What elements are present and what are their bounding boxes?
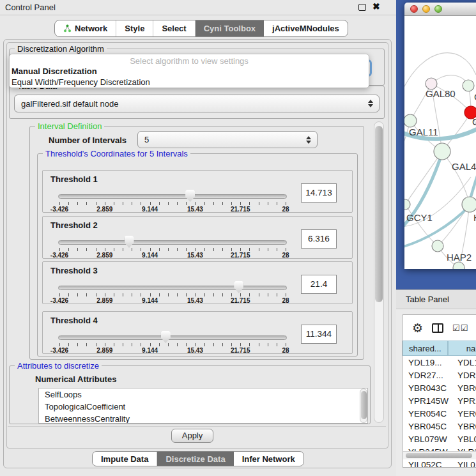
threshold-slider[interactable] [58, 194, 287, 199]
threshold-value-field[interactable]: 21.4 [301, 275, 337, 294]
dropdown-option-equal-width[interactable]: Equal Width/Frequency Discretization [10, 77, 369, 88]
page-title: Control Panel [5, 3, 56, 12]
cell-name[interactable]: YPR1 [452, 396, 476, 406]
table-data-combobox[interactable]: galFiltered.sif default node [14, 95, 380, 112]
attribute-list-item[interactable]: TopologicalCoefficient [39, 401, 367, 413]
num-intervals-combobox[interactable]: 5 [137, 131, 318, 148]
table-row[interactable]: YBR043CYBR0 [403, 381, 476, 394]
threshold-panel: Threshold 1 -3.4262.8599.14415.4321.7152… [42, 170, 353, 213]
threshold-slider[interactable] [58, 286, 287, 290]
tab-jactivemnodules[interactable]: jActiveMNodules [264, 20, 348, 36]
threshold-slider-thumb[interactable] [125, 236, 134, 248]
attribute-list-item[interactable]: SelfLoops [39, 388, 367, 401]
threshold-slider-thumb[interactable] [161, 331, 171, 343]
node-h[interactable] [462, 197, 476, 212]
cell-name[interactable]: YER0 [452, 409, 476, 418]
node-gal4[interactable] [434, 143, 450, 160]
table-row[interactable]: YBR045CYBR0 [403, 420, 476, 433]
node-gcy1[interactable] [404, 199, 410, 210]
threshold-slider-thumb[interactable] [234, 281, 243, 293]
columns-icon[interactable] [432, 323, 443, 333]
bottom-tabbar: Impute Data Discretize Data Infer Networ… [92, 451, 304, 466]
main-scrollbar[interactable] [374, 121, 384, 423]
slider-scale-label: 21.715 [231, 297, 250, 304]
tab-impute-data[interactable]: Impute Data [93, 452, 157, 466]
cell-shared-name[interactable]: YIL052C [403, 460, 452, 468]
slider-scale-label: 28 [282, 297, 289, 304]
node-bottom[interactable] [453, 262, 464, 269]
attribute-list-item[interactable]: BetweennessCentrality [39, 413, 367, 424]
node-gal11[interactable] [404, 114, 417, 127]
network-canvas[interactable]: GAL80 G C GAL11 GAL4 GCY1 H HAP2 [404, 16, 476, 269]
cell-name[interactable]: YBL0 [452, 434, 476, 444]
tab-network[interactable]: Network [55, 20, 116, 36]
cell-shared-name[interactable]: YER054C [403, 409, 452, 418]
slider-scale-label: 28 [282, 206, 289, 213]
zoom-traffic-light-icon[interactable] [434, 5, 442, 13]
network-window-titlebar[interactable] [404, 3, 476, 16]
attributes-list-scrollbar[interactable] [360, 388, 367, 423]
cell-name[interactable]: YBR0 [452, 383, 476, 393]
node-top-right[interactable] [463, 80, 474, 91]
dropdown-placeholder: Select algorithm to view settings [10, 54, 369, 66]
node-hap2[interactable] [432, 240, 443, 252]
threshold-value-field[interactable]: 6.316 [301, 229, 337, 249]
gear-icon[interactable]: ⚙ [412, 321, 423, 335]
threshold-slider-thumb[interactable] [185, 190, 195, 202]
table-hscrollbar-thumb[interactable] [406, 453, 472, 458]
cell-shared-name[interactable]: YBR045C [403, 422, 452, 431]
cell-name[interactable]: YDL1 [452, 358, 476, 367]
tab-style[interactable]: Style [116, 20, 153, 36]
column-header-name[interactable]: na [448, 341, 476, 356]
thresholds-list: Threshold 1 -3.4262.8599.14415.4321.7152… [42, 170, 353, 354]
cell-shared-name[interactable]: YBR043C [403, 383, 452, 393]
threshold-value-field[interactable]: 11.344 [301, 325, 337, 344]
interval-definition-label: Interval Definition [35, 121, 104, 131]
cell-shared-name[interactable]: YDL19... [403, 358, 452, 367]
threshold-slider[interactable] [58, 335, 287, 340]
network-view-window[interactable]: GAL80 G C GAL11 GAL4 GCY1 H HAP2 [404, 3, 476, 269]
divider [8, 426, 386, 427]
close-traffic-light-icon[interactable] [410, 5, 418, 13]
cell-name[interactable]: YDR2 [452, 371, 476, 380]
dropdown-option-manual[interactable]: Manual Discretization [10, 66, 369, 77]
cell-shared-name[interactable]: YDR27... [403, 371, 452, 380]
main-scrollbar-thumb[interactable] [375, 126, 383, 302]
tab-infer-network[interactable]: Infer Network [234, 452, 303, 466]
slider-scale-labels: -3.4262.8599.14415.4321.71528 [59, 206, 286, 213]
threshold-slider[interactable] [58, 240, 287, 245]
float-window-icon[interactable] [358, 4, 366, 11]
table-row[interactable]: YIL052CYIL0 [403, 458, 476, 468]
slider-scale-label: 15.43 [187, 297, 203, 304]
threshold-value-field[interactable]: 14.713 [301, 183, 337, 203]
table-row[interactable]: YER054CYER0 [403, 407, 476, 420]
apply-button[interactable]: Apply [171, 429, 213, 443]
table-hscrollbar[interactable] [403, 451, 476, 459]
slider-scale-label: -3.426 [50, 252, 68, 259]
numerical-attributes-list[interactable]: SelfLoopsTopologicalCoefficientBetweenne… [38, 388, 368, 424]
column-header-shared[interactable]: shared... [403, 341, 448, 356]
slider-scale-label: 2.859 [96, 347, 112, 354]
slider-scale-label: 28 [282, 347, 289, 354]
node-label-gal80: GAL80 [426, 88, 456, 99]
tab-cyni-toolbox[interactable]: Cyni Toolbox [196, 20, 264, 36]
checkboxes-icon[interactable]: ☑☑ [452, 323, 468, 333]
table-row[interactable]: YDL19...YDL1 [403, 356, 476, 369]
slider-scale-labels: -3.4262.8599.14415.4321.71528 [59, 347, 286, 355]
table-panel-title: Table Panel [396, 289, 476, 309]
table-row[interactable]: YPR145WYPR1 [403, 394, 476, 407]
node-label-gal11: GAL11 [409, 127, 438, 137]
threshold-label: Threshold 4 [50, 316, 98, 325]
slider-scale-label: -3.426 [50, 347, 68, 354]
cell-name[interactable]: YIL0 [452, 460, 475, 468]
cell-shared-name[interactable]: YPR145W [403, 396, 452, 406]
close-icon[interactable]: ✖ [372, 1, 380, 12]
minimize-traffic-light-icon[interactable] [422, 5, 430, 13]
tab-discretize-data[interactable]: Discretize Data [157, 452, 233, 466]
tab-select[interactable]: Select [153, 20, 195, 36]
cell-name[interactable]: YBR0 [452, 422, 476, 431]
cell-shared-name[interactable]: YBL079W [403, 434, 452, 444]
attributes-list-scrollbar-thumb[interactable] [361, 391, 367, 419]
table-row[interactable]: YDR27...YDR2 [403, 369, 476, 381]
table-row[interactable]: YBL079WYBL0 [403, 433, 476, 445]
